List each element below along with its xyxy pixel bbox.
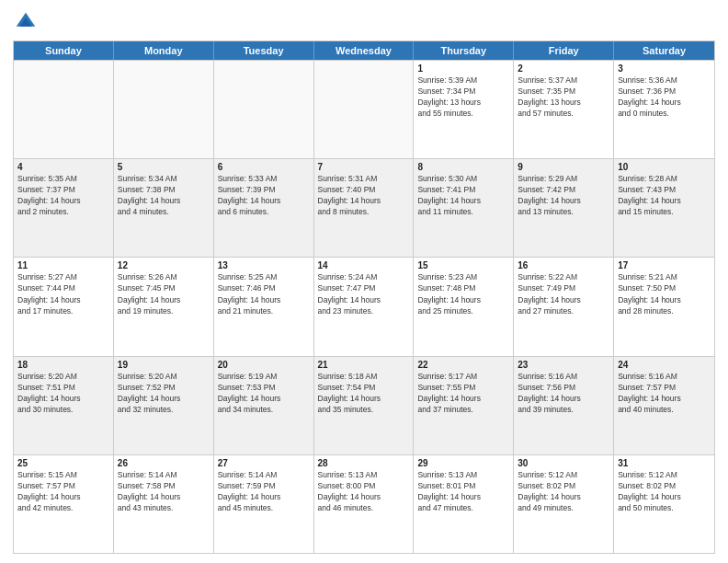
cell-line: Sunset: 7:59 PM — [218, 481, 310, 491]
day-cell-13: 13Sunrise: 5:25 AMSunset: 7:46 PMDayligh… — [214, 258, 314, 355]
cell-line: Daylight: 14 hours — [518, 492, 609, 502]
cell-line: and 25 minutes. — [417, 306, 509, 316]
cell-line: Sunrise: 5:29 AM — [518, 174, 609, 184]
week-row-2: 4Sunrise: 5:35 AMSunset: 7:37 PMDaylight… — [14, 158, 714, 257]
day-cell-27: 27Sunrise: 5:14 AMSunset: 7:59 PMDayligh… — [214, 455, 314, 553]
cell-line: Sunset: 7:57 PM — [17, 481, 109, 491]
day-cell-7: 7Sunrise: 5:31 AMSunset: 7:40 PMDaylight… — [314, 159, 415, 257]
logo — [13, 9, 42, 35]
cell-line: Daylight: 14 hours — [318, 492, 410, 502]
day-cell-24: 24Sunrise: 5:16 AMSunset: 7:57 PMDayligh… — [614, 357, 714, 454]
cell-line: and 49 minutes. — [518, 503, 609, 513]
cell-line: Sunrise: 5:12 AM — [518, 470, 609, 480]
cell-line: and 55 minutes. — [417, 109, 509, 119]
day-cell-23: 23Sunrise: 5:16 AMSunset: 7:56 PMDayligh… — [514, 357, 614, 454]
cell-line: Sunset: 7:40 PM — [318, 185, 410, 195]
cell-line: and 40 minutes. — [618, 405, 711, 415]
cell-line: Daylight: 14 hours — [17, 492, 109, 502]
cell-line: Sunrise: 5:16 AM — [518, 372, 609, 382]
cell-line: and 46 minutes. — [318, 503, 410, 513]
cell-line: Daylight: 14 hours — [518, 394, 609, 404]
cell-line: Sunset: 7:47 PM — [318, 283, 410, 293]
day-cell-26: 26Sunrise: 5:14 AMSunset: 7:58 PMDayligh… — [114, 455, 214, 553]
cell-line: Sunset: 7:57 PM — [618, 383, 711, 393]
cell-line: Sunrise: 5:20 AM — [118, 372, 210, 382]
day-number: 17 — [618, 260, 711, 270]
cell-line: and 28 minutes. — [618, 306, 711, 316]
day-cell-21: 21Sunrise: 5:18 AMSunset: 7:54 PMDayligh… — [314, 357, 415, 454]
cell-line: Sunrise: 5:25 AM — [218, 272, 310, 282]
cell-line: Sunrise: 5:24 AM — [318, 272, 410, 282]
page: SundayMondayTuesdayWednesdayThursdayFrid… — [0, 0, 728, 563]
cell-line: Daylight: 14 hours — [417, 196, 509, 206]
day-cell-5: 5Sunrise: 5:34 AMSunset: 7:38 PMDaylight… — [114, 159, 214, 257]
cell-line: Sunset: 7:49 PM — [518, 283, 609, 293]
cell-line: Sunset: 7:37 PM — [17, 185, 109, 195]
day-number: 25 — [17, 458, 109, 468]
logo-icon — [13, 9, 39, 35]
header-day-tuesday: Tuesday — [214, 41, 314, 60]
cell-line: and 11 minutes. — [417, 207, 509, 217]
cell-line: Sunset: 7:45 PM — [118, 283, 210, 293]
cell-line: and 47 minutes. — [417, 503, 509, 513]
cell-line: Sunrise: 5:19 AM — [218, 372, 310, 382]
header — [13, 9, 715, 35]
cell-line: Sunrise: 5:17 AM — [417, 372, 509, 382]
day-number: 27 — [218, 458, 310, 468]
day-number: 5 — [118, 162, 210, 172]
day-cell-6: 6Sunrise: 5:33 AMSunset: 7:39 PMDaylight… — [214, 159, 314, 257]
cell-line: and 30 minutes. — [17, 405, 109, 415]
day-number: 22 — [417, 360, 509, 370]
day-cell-29: 29Sunrise: 5:13 AMSunset: 8:01 PMDayligh… — [414, 455, 514, 553]
day-cell-31: 31Sunrise: 5:12 AMSunset: 8:02 PMDayligh… — [614, 455, 714, 553]
cell-line: Sunrise: 5:14 AM — [118, 470, 210, 480]
cell-line: and 13 minutes. — [518, 207, 609, 217]
cell-line: Sunrise: 5:34 AM — [118, 174, 210, 184]
day-number: 18 — [17, 360, 109, 370]
day-cell-12: 12Sunrise: 5:26 AMSunset: 7:45 PMDayligh… — [114, 258, 214, 355]
day-number: 9 — [518, 162, 609, 172]
cell-line: Sunrise: 5:18 AM — [318, 372, 410, 382]
cell-line: Daylight: 14 hours — [518, 295, 609, 305]
cell-line: Sunrise: 5:23 AM — [417, 272, 509, 282]
cell-line: Sunset: 7:58 PM — [118, 481, 210, 491]
cell-line: Sunrise: 5:30 AM — [417, 174, 509, 184]
day-cell-11: 11Sunrise: 5:27 AMSunset: 7:44 PMDayligh… — [14, 258, 114, 355]
day-number: 28 — [318, 458, 410, 468]
day-cell-20: 20Sunrise: 5:19 AMSunset: 7:53 PMDayligh… — [214, 357, 314, 454]
cell-line: Sunrise: 5:14 AM — [218, 470, 310, 480]
cell-line: Sunset: 7:52 PM — [118, 383, 210, 393]
week-row-5: 25Sunrise: 5:15 AMSunset: 7:57 PMDayligh… — [14, 454, 714, 553]
cell-line: Sunset: 7:55 PM — [417, 383, 509, 393]
day-cell-18: 18Sunrise: 5:20 AMSunset: 7:51 PMDayligh… — [14, 357, 114, 454]
day-cell-17: 17Sunrise: 5:21 AMSunset: 7:50 PMDayligh… — [614, 258, 714, 355]
cell-line: Sunrise: 5:28 AM — [618, 174, 711, 184]
day-number: 10 — [618, 162, 711, 172]
cell-line: Sunrise: 5:35 AM — [17, 174, 109, 184]
cell-line: Sunrise: 5:33 AM — [218, 174, 310, 184]
day-cell-3: 3Sunrise: 5:36 AMSunset: 7:36 PMDaylight… — [614, 61, 714, 158]
cell-line: Sunset: 7:46 PM — [218, 283, 310, 293]
cell-line: and 34 minutes. — [218, 405, 310, 415]
cell-line: and 43 minutes. — [118, 503, 210, 513]
cell-line: and 6 minutes. — [218, 207, 310, 217]
cell-line: Daylight: 14 hours — [318, 394, 410, 404]
cell-line: Daylight: 14 hours — [218, 295, 310, 305]
day-number: 29 — [417, 458, 509, 468]
cell-line: and 39 minutes. — [518, 405, 609, 415]
cell-line: Sunset: 7:48 PM — [417, 283, 509, 293]
header-day-saturday: Saturday — [614, 41, 714, 60]
cell-line: Daylight: 14 hours — [118, 492, 210, 502]
day-number: 26 — [118, 458, 210, 468]
day-number: 31 — [618, 458, 711, 468]
cell-line: Daylight: 14 hours — [218, 196, 310, 206]
cell-line: and 45 minutes. — [218, 503, 310, 513]
cell-line: Sunset: 7:39 PM — [218, 185, 310, 195]
cell-line: and 42 minutes. — [17, 503, 109, 513]
cell-line: Daylight: 14 hours — [618, 98, 711, 108]
cell-line: Daylight: 14 hours — [518, 196, 609, 206]
cell-line: Sunset: 7:53 PM — [218, 383, 310, 393]
cell-line: and 15 minutes. — [618, 207, 711, 217]
empty-cell-0-1 — [114, 61, 214, 158]
cell-line: Daylight: 14 hours — [318, 196, 410, 206]
